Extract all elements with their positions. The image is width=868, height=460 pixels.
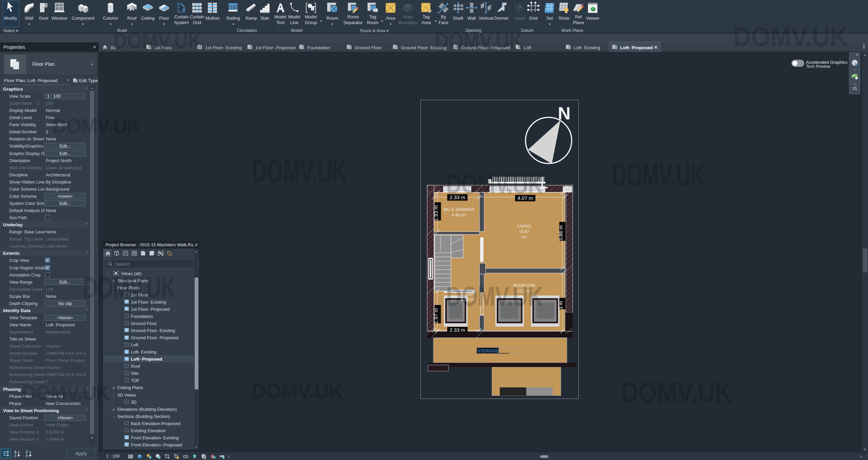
svg-text:3 m: 3 m bbox=[558, 301, 564, 309]
svg-text:15.67: 15.67 bbox=[519, 229, 529, 234]
svg-text:A: A bbox=[25, 454, 28, 458]
svg-text:2.33 m: 2.33 m bbox=[450, 327, 465, 333]
svg-text:WC & SHOWER: WC & SHOWER bbox=[443, 207, 474, 212]
svg-text:4.48 m²: 4.48 m² bbox=[452, 213, 466, 217]
svg-text:1.97 m: 1.97 m bbox=[433, 308, 439, 324]
svg-text:Z: Z bbox=[14, 454, 16, 458]
svg-text:A: A bbox=[14, 450, 16, 454]
svg-text:STORAGE: STORAGE bbox=[477, 348, 499, 353]
svg-text:N: N bbox=[558, 103, 571, 123]
svg-text:3.86 m: 3.86 m bbox=[558, 225, 564, 241]
svg-text:m²: m² bbox=[522, 235, 527, 239]
svg-text:LIVING: LIVING bbox=[517, 224, 531, 229]
svg-text:1.93 m: 1.93 m bbox=[433, 205, 439, 221]
svg-text:Z: Z bbox=[26, 450, 28, 454]
